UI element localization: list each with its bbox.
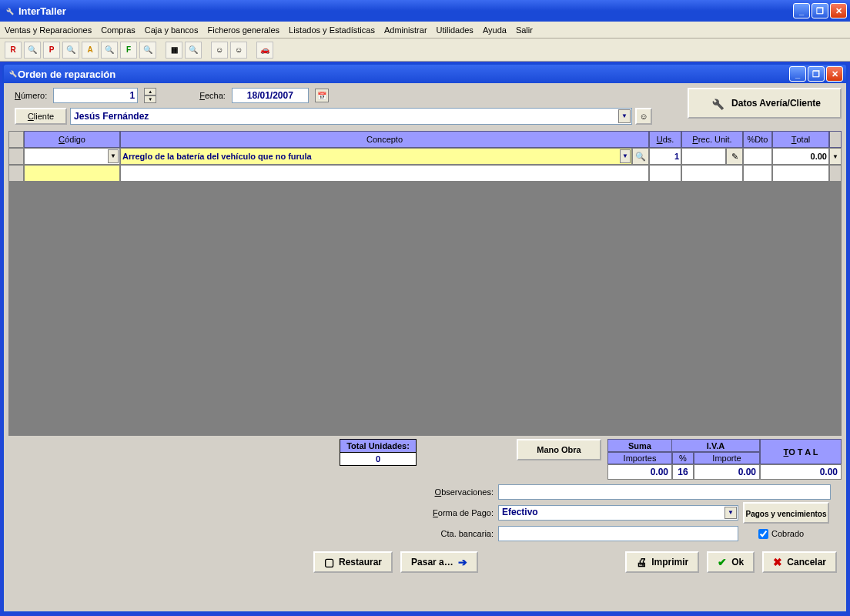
observaciones-input[interactable] xyxy=(498,484,831,500)
toolbar-search2-icon[interactable]: 🔍 xyxy=(62,42,79,59)
iva-pct-value: 16 xyxy=(672,464,694,480)
restaurar-button[interactable]: ▢Restaurar xyxy=(313,551,393,573)
inner-window: Orden de reparación _ ❐ ✕ NNúmero:úmero:… xyxy=(2,63,848,613)
numero-spinner[interactable]: ▲▼ xyxy=(144,88,156,103)
toolbar: R 🔍 P 🔍 A 🔍 F 🔍 ▦ 🔍 ☺ ☺ 🚗 xyxy=(0,38,850,62)
toolbar-r-icon[interactable]: R xyxy=(5,42,22,59)
toolbar-p-icon[interactable]: P xyxy=(43,42,60,59)
toolbar-a-icon[interactable]: A xyxy=(82,42,99,59)
menu-compras[interactable]: Compras xyxy=(101,25,136,35)
datos-averia-button[interactable]: Datos Avería/Cliente xyxy=(688,88,842,119)
check-icon: ✔ xyxy=(718,556,727,568)
chevron-down-icon[interactable]: ▼ xyxy=(620,149,631,163)
codigo-cell[interactable] xyxy=(24,165,120,182)
menu-ficheros[interactable]: Ficheros generales xyxy=(207,25,279,35)
toolbar-face2-icon[interactable]: ☺ xyxy=(230,42,247,59)
iva-importe-value: 0.00 xyxy=(694,464,760,480)
ok-button[interactable]: ✔Ok xyxy=(707,551,755,573)
concepto-cell[interactable] xyxy=(120,165,649,182)
total-unidades-value: 0 xyxy=(340,453,416,465)
col-codigo[interactable]: Código xyxy=(24,131,120,148)
col-concepto[interactable]: Concepto xyxy=(120,131,649,148)
menu-utilidades[interactable]: Utilidades xyxy=(437,25,474,35)
toolbar-f-icon[interactable]: F xyxy=(120,42,137,59)
imprimir-button[interactable]: 🖨Imprimir xyxy=(625,551,699,573)
fecha-input[interactable] xyxy=(232,88,309,103)
square-icon: ▢ xyxy=(324,556,334,568)
col-total[interactable]: Total xyxy=(772,131,829,148)
menu-ayuda[interactable]: Ayuda xyxy=(483,25,507,35)
wrench-icon xyxy=(7,68,18,81)
cobrado-checkbox[interactable]: Cobrado xyxy=(758,529,804,539)
numero-input[interactable] xyxy=(53,88,138,103)
close-button[interactable]: ✕ xyxy=(830,3,847,18)
chevron-down-icon[interactable]: ▼ xyxy=(829,148,842,165)
cta-bancaria-input[interactable] xyxy=(498,526,738,541)
table-row[interactable]: ▼ Arreglo de la batería del vehículo que… xyxy=(8,148,842,165)
app-title: InterTaller xyxy=(18,5,66,17)
arrow-right-icon: ➔ xyxy=(458,556,467,568)
cliente-input[interactable]: Jesús Fernández ▼ xyxy=(70,108,632,125)
forma-pago-label: Forma de Pago: xyxy=(417,508,494,517)
concepto-cell[interactable]: Arreglo de la batería del vehículo que n… xyxy=(120,148,632,165)
toolbar-search4-icon[interactable]: 🔍 xyxy=(139,42,156,59)
pencil-icon[interactable]: ✎ xyxy=(726,148,743,165)
lookup-icon[interactable]: 🔍 xyxy=(632,148,649,165)
inner-title: Orden de reparación xyxy=(18,69,115,80)
iva-pct-label: % xyxy=(672,452,694,464)
total-label: T O T A L xyxy=(760,439,842,464)
summary-table: Suma Importes 0.00 % 16 I.V.A Importe 0.… xyxy=(607,439,842,480)
row-selector[interactable] xyxy=(8,148,24,165)
menu-salir[interactable]: Salir xyxy=(516,25,533,35)
inner-titlebar: Orden de reparación _ ❐ ✕ xyxy=(4,65,846,83)
iva-importe-label: Importe xyxy=(694,452,760,464)
total-cell: 0.00 xyxy=(772,148,829,165)
inner-minimize-button[interactable]: _ xyxy=(789,66,806,82)
precunit-cell[interactable] xyxy=(681,148,726,165)
cancelar-button[interactable]: ✖Cancelar xyxy=(762,551,837,573)
toolbar-car-icon[interactable]: 🚗 xyxy=(256,42,273,59)
minimize-button[interactable]: _ xyxy=(793,3,810,18)
table-row[interactable] xyxy=(8,165,842,182)
chevron-down-icon[interactable]: ▼ xyxy=(725,507,737,519)
chevron-down-icon[interactable]: ▼ xyxy=(108,149,119,163)
inner-close-button[interactable]: ✕ xyxy=(826,66,843,82)
menubar: Ventas y Reparaciones Compras Caja y ban… xyxy=(0,22,850,38)
menu-ventas[interactable]: Ventas y Reparaciones xyxy=(5,25,92,35)
col-precunit[interactable]: Prec. Unit. xyxy=(681,131,743,148)
iva-label: I.V.A xyxy=(671,439,760,452)
toolbar-search1-icon[interactable]: 🔍 xyxy=(24,42,41,59)
toolbar-face1-icon[interactable]: ☺ xyxy=(211,42,228,59)
pagos-vencimientos-button[interactable]: Pagos y vencimientos xyxy=(743,502,829,524)
suma-label: Suma xyxy=(607,439,672,452)
mano-obra-button[interactable]: Mano Obra xyxy=(517,439,601,460)
cta-bancaria-label: Cta. bancaria: xyxy=(417,529,494,538)
maximize-button[interactable]: ❐ xyxy=(812,3,828,18)
inner-maximize-button[interactable]: ❐ xyxy=(808,66,825,82)
col-uds[interactable]: Uds. xyxy=(649,131,681,148)
cliente-face-icon[interactable]: ☺ xyxy=(635,108,652,125)
calendar-icon[interactable]: 📅 xyxy=(315,89,329,102)
wrench-icon xyxy=(3,5,15,17)
cliente-button[interactable]: Cliente xyxy=(15,108,67,125)
menu-listados[interactable]: Listados y Estadísticas xyxy=(289,25,375,35)
menu-caja[interactable]: Caja y bancos xyxy=(145,25,199,35)
chevron-down-icon[interactable]: ▼ xyxy=(618,109,631,123)
toolbar-doc-icon[interactable]: ▦ xyxy=(166,42,182,59)
menu-administrar[interactable]: Administrar xyxy=(384,25,427,35)
pasar-button[interactable]: Pasar a…➔ xyxy=(400,551,478,573)
printer-icon: 🖨 xyxy=(636,556,647,568)
forma-pago-select[interactable]: Efectivo ▼ xyxy=(498,505,738,521)
codigo-cell[interactable]: ▼ xyxy=(24,148,120,165)
col-dto[interactable]: %Dto xyxy=(743,131,772,148)
app-titlebar: InterTaller _ ❐ ✕ xyxy=(0,0,850,22)
grid-empty-area xyxy=(8,182,842,436)
toolbar-search3-icon[interactable]: 🔍 xyxy=(101,42,118,59)
dto-cell[interactable] xyxy=(743,148,772,165)
toolbar-search5-icon[interactable]: 🔍 xyxy=(185,42,202,59)
observaciones-label: Observaciones: xyxy=(417,487,494,497)
wrench-icon xyxy=(708,95,725,112)
x-icon: ✖ xyxy=(773,556,782,568)
uds-cell[interactable]: 1 xyxy=(649,148,681,165)
total-unidades-box: Total Unidades: 0 xyxy=(340,439,417,466)
